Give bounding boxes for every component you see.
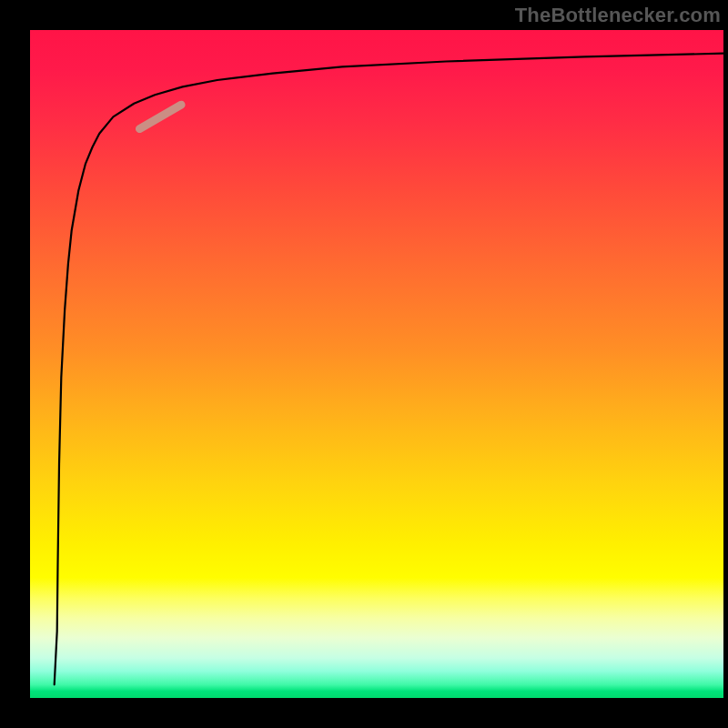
watermark-text: TheBottlenecker.com (515, 4, 721, 27)
chart-canvas: TheBottlenecker.com (0, 0, 728, 728)
plot-area (30, 30, 723, 698)
